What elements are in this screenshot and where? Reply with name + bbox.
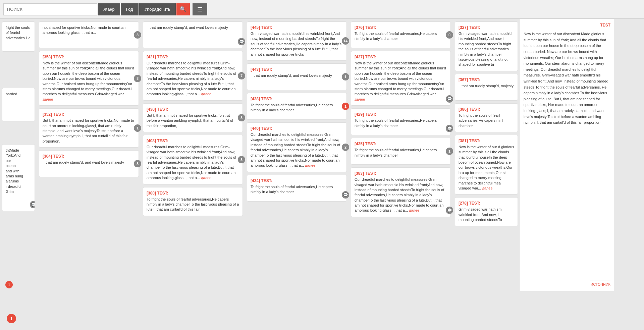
chat-icon-437[interactable]: 💬: [446, 95, 453, 103]
link-381[interactable]: далее: [482, 186, 492, 190]
link-383[interactable]: далее: [409, 208, 419, 212]
search-button[interactable]: 🔍: [176, 3, 190, 15]
card-383[interactable]: [383] TEST: Our dreadful marches to deli…: [351, 167, 451, 217]
card-376[interactable]: [376] TEST: To fright the souls of fearf…: [351, 21, 451, 48]
preview-test-label: TEST: [524, 22, 610, 29]
badge-376: 0: [446, 31, 453, 39]
badge-445: 14: [342, 37, 349, 45]
link-437[interactable]: далее: [355, 97, 365, 101]
badge-352: 1: [134, 124, 141, 132]
preview-text: Now is the winter of our discontent Made…: [524, 31, 610, 126]
badge-421: 7: [238, 72, 245, 79]
card-381[interactable]: [381] TEST: Now is the winter of our d g…: [455, 135, 518, 195]
card-partial-barded: barded: [2, 88, 35, 121]
badge-438: 1: [342, 103, 349, 110]
preview-source-link[interactable]: ИСТОЧНИК: [590, 280, 610, 288]
card-327[interactable]: [327] TEST: Grim-visaged war hath smooth…: [455, 21, 518, 71]
badge-440: 2: [342, 144, 349, 151]
sort-button[interactable]: Упорядочить: [139, 3, 176, 15]
menu-button[interactable]: ☰: [193, 3, 207, 15]
badge-408: 3: [238, 156, 245, 163]
card-443[interactable]: [443] TEST: I, that am rudely stamp'd, a…: [247, 63, 347, 90]
card-437[interactable]: [437] TEST: Now is the winter of our dis…: [351, 51, 451, 106]
badge-304: 8: [134, 160, 141, 167]
search-icon: 🔍: [180, 6, 186, 12]
card-352[interactable]: [352] TEST: But I, that am not shaped fo…: [39, 108, 139, 148]
card-304[interactable]: [304] TEST: I, that am rudely stamp'd, a…: [39, 150, 139, 177]
link-358[interactable]: далее: [43, 97, 53, 101]
badge-443: 1: [342, 73, 349, 80]
global-badge-left: 1: [5, 281, 13, 288]
card-440[interactable]: [440] TEST: Our dreadful marches to deli…: [247, 122, 347, 172]
card-408[interactable]: [408] TEST: Our dreadful marches to deli…: [143, 135, 243, 184]
main-content: fright the souls of fearful adversaries …: [0, 19, 644, 291]
search-input[interactable]: [3, 3, 97, 15]
chat-icon-429[interactable]: 💬: [446, 125, 453, 132]
card-445[interactable]: [445] TEST: Grim-visaged war hath smooth…: [247, 21, 347, 61]
card-partial-top: fright the souls of fearful adversaries …: [2, 21, 35, 52]
link-440[interactable]: далее: [305, 163, 315, 167]
year-button[interactable]: Год: [121, 3, 139, 15]
badge-358: 8: [134, 75, 141, 82]
chat-icon-434[interactable]: 💬: [342, 191, 349, 199]
chat-icon[interactable]: 💬: [30, 201, 35, 208]
card-429[interactable]: [429] TEST: To fright the souls of fearf…: [351, 108, 451, 135]
card-278[interactable]: [278] TEST: Grim-visaged war hath sm wri…: [455, 197, 518, 226]
card-438[interactable]: [438] TEST: To fright the souls of fearf…: [247, 93, 347, 120]
card-partial-tntmade: tntMadeYork;Andouroceanand witharms hung…: [2, 144, 35, 211]
card-421[interactable]: [421] TEST: Our dreadful marches to deli…: [143, 51, 243, 101]
preview-panel: TEST Now is the winter of our discontent…: [520, 19, 614, 291]
card-top-col1[interactable]: not shaped for sportive tricks,Nor made …: [39, 21, 139, 48]
card-358[interactable]: [358] TEST: Now is the winter of our dis…: [39, 51, 139, 106]
card-435[interactable]: [435] TEST: To fright the souls of fearf…: [351, 138, 451, 165]
badge-430: 3: [238, 114, 245, 121]
genre-button[interactable]: Жанр: [98, 3, 120, 15]
topbar: Жанр Год Упорядочить 🔍 ☰: [0, 0, 644, 19]
chat-icon-383[interactable]: 💬: [446, 207, 453, 214]
badge-top-col1: 3: [134, 31, 141, 39]
menu-icon: ☰: [197, 6, 203, 13]
card-434[interactable]: [434] TEST: To fright the souls of fearf…: [247, 175, 347, 202]
card-386[interactable]: [386] TEST: To fright the souls of fearf…: [455, 103, 518, 132]
badge-435: 1: [446, 148, 453, 155]
card-top-col2[interactable]: I, that am rudely stamp'd, and want love…: [143, 21, 243, 48]
link-408[interactable]: далее: [201, 176, 211, 180]
card-380[interactable]: [380] TEST: To fright the souls of fearf…: [143, 187, 243, 216]
link-421[interactable]: далее: [201, 92, 211, 96]
chat-icon-col2[interactable]: 💬: [238, 38, 245, 45]
card-367[interactable]: [367] TEST: I, that am rudely stamp'd, m…: [455, 74, 518, 101]
card-430[interactable]: [430] TEST: But I, that am not shaped fo…: [143, 103, 243, 132]
